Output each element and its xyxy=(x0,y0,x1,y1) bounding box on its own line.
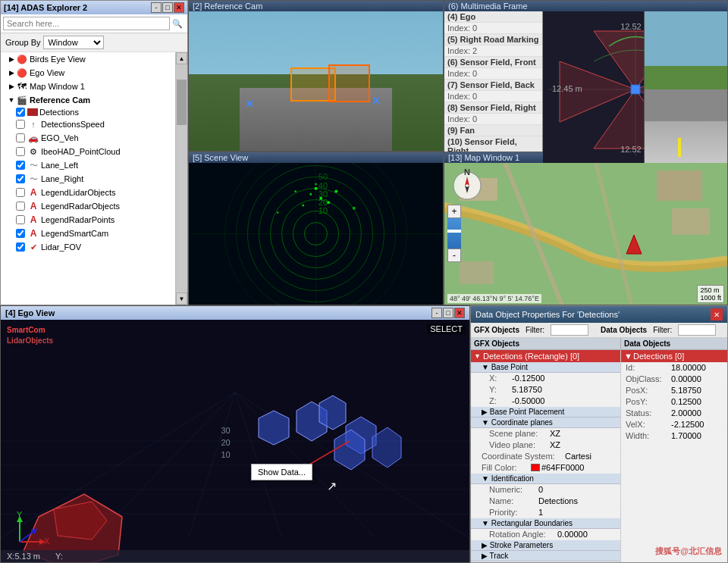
smartcom-label: SmartCom xyxy=(7,326,46,334)
tree-item-lidar-fov[interactable]: ✔ Lidar_FOV xyxy=(1,240,175,254)
tree-item-detections[interactable]: Detections xyxy=(1,107,175,117)
middle-viewports-row: [5] Scene View xyxy=(188,152,728,305)
legend-radar-checkbox[interactable] xyxy=(16,202,25,211)
tree-item-ego-view[interactable]: ▶ 🔴 Ego View xyxy=(1,66,175,80)
tree-item-legend-smart[interactable]: A LegendSmartCam xyxy=(1,227,175,240)
legend-radar-pts-checkbox[interactable] xyxy=(16,215,25,224)
maximize-button[interactable]: □ xyxy=(162,2,173,13)
lane-left-checkbox[interactable] xyxy=(16,161,25,170)
status-y: Y: xyxy=(55,552,63,561)
expand-ref-cam[interactable]: ▼ xyxy=(7,96,16,104)
ibeo-checkbox[interactable] xyxy=(16,147,25,156)
multi-list-item-2a: Index: 2 xyxy=(444,45,542,57)
lane-right-label: Lane_Right xyxy=(41,174,83,183)
scroll-thumb[interactable] xyxy=(176,64,187,292)
scroll-thumb-inner[interactable] xyxy=(177,80,187,125)
detection-box-2 xyxy=(328,64,370,102)
right-prop-posy: PosY: 0.12500 xyxy=(621,396,727,408)
name-value: Detections xyxy=(538,496,578,505)
coord-system-label: Coordinate System: xyxy=(482,452,565,461)
video-plane-label: Video plane: xyxy=(489,440,550,449)
ego-maximize-btn[interactable]: □ xyxy=(443,308,453,318)
gfx-filter-input[interactable] xyxy=(551,324,588,336)
ego-close-btn[interactable]: ✕ xyxy=(454,308,465,318)
expand-map-window[interactable]: ▶ xyxy=(7,83,16,90)
adas-explorer-titlebar: [14] ADAS Explorer 2 - □ ✕ xyxy=(1,1,187,14)
scroll-down-button[interactable]: ▼ xyxy=(176,292,187,305)
y-label: Y: xyxy=(489,385,512,394)
prop-numeric: Numeric: 0 xyxy=(471,484,620,496)
group-by-select[interactable]: Window xyxy=(43,36,104,49)
search-button[interactable]: 🔍 xyxy=(170,18,185,30)
legend-smart-checkbox[interactable] xyxy=(16,229,25,238)
svg-point-27 xyxy=(334,189,337,192)
search-input[interactable] xyxy=(3,17,170,30)
birds-eye-label: Birds Eye View xyxy=(30,55,86,64)
multi-list-item-3a: Index: 0 xyxy=(444,68,542,80)
marker-2: ✕ xyxy=(372,95,381,107)
expand-birds-eye[interactable]: ▶ xyxy=(7,55,16,63)
tree-item-legend-lidar[interactable]: A LegendLidarObjects xyxy=(1,186,175,199)
multimedia-frame-title: (6) Multimedia Frame xyxy=(444,1,727,11)
x-label: X: xyxy=(489,374,512,383)
properties-left-col: ▼ Detections (Rectangle) [0] ▼ Base Poin… xyxy=(471,350,621,562)
close-button[interactable]: ✕ xyxy=(174,2,184,13)
objclass-value: 0.00000 xyxy=(671,374,701,383)
ego-minimize-btn[interactable]: - xyxy=(431,308,442,318)
legend-lidar-checkbox[interactable] xyxy=(16,188,25,197)
tree-item-legend-radar[interactable]: A LegendRadarObjects xyxy=(1,199,175,213)
lane-right-icon: 〜 xyxy=(27,173,39,185)
tree-item-lane-left[interactable]: 〜 Lane_Left xyxy=(1,158,175,172)
ego-status-bar: X:5.13 m Y: xyxy=(1,550,469,562)
z-value: -0.50000 xyxy=(512,396,544,405)
tree-item-ref-cam[interactable]: ▼ 🎬 Reference Cam xyxy=(1,93,175,107)
tree-item-lane-right[interactable]: 〜 Lane_Right xyxy=(1,172,175,186)
tree-item-detections-speed[interactable]: ↑ DetectionsSpeed xyxy=(1,117,175,131)
tree-item-ego-veh[interactable]: 🚗 EGO_Veh xyxy=(1,131,175,145)
ego-veh-icon: 🚗 xyxy=(27,132,39,144)
velx-value: -2.12500 xyxy=(671,420,704,429)
properties-close-button[interactable]: ✕ xyxy=(711,308,723,321)
map-svg: N xyxy=(444,163,727,305)
expand-ego-view[interactable]: ▶ xyxy=(7,69,16,77)
svg-point-30 xyxy=(315,183,317,186)
multi-frame-visual: 12.52 m 12.52 m 12.45 m 12.45 m xyxy=(543,11,727,168)
multi-list-item-4: (7) Sensor Field, Back xyxy=(444,80,542,91)
ego-veh-checkbox[interactable] xyxy=(16,133,25,142)
detections-speed-checkbox[interactable] xyxy=(16,120,25,129)
zoom-out-button[interactable]: - xyxy=(447,249,461,262)
tree-item-ibeo[interactable]: ⚙ IbeoHAD_PointCloud xyxy=(1,145,175,158)
svg-text:40: 40 xyxy=(318,181,328,190)
legend-lidar-icon: A xyxy=(27,186,39,199)
main-object-row[interactable]: ▼ Detections (Rectangle) [0] xyxy=(471,350,620,362)
lidar-fov-label: Lidar_FOV xyxy=(41,242,81,252)
detections-checkbox[interactable] xyxy=(16,108,25,117)
right-section-detections: ▼ Detections [0] xyxy=(621,350,727,362)
svg-rect-39 xyxy=(460,261,494,284)
ego-view-icon: 🔴 xyxy=(16,67,28,79)
zoom-slider[interactable] xyxy=(447,218,461,249)
properties-header: Data Object Properties For 'Detections' … xyxy=(471,306,727,323)
map-window-icon: 🗺 xyxy=(16,80,28,92)
legend-radar-pts-icon: A xyxy=(27,214,39,226)
name-label: Name: xyxy=(489,496,538,505)
reference-cam-viewport: [2] Reference Cam ✕ ✕ xyxy=(188,0,444,152)
lidar-fov-checkbox[interactable] xyxy=(16,242,25,252)
minimize-button[interactable]: - xyxy=(151,2,162,13)
tree-item-birds-eye[interactable]: ▶ 🔴 Birds Eye View xyxy=(1,52,175,66)
properties-toolbar: GFX Objects Filter: Data Objects Filter: xyxy=(471,323,727,338)
show-data-popup[interactable]: Show Data... xyxy=(251,464,312,480)
multi-frame-list: (4) Ego Index: 0 (5) Right Road Marking … xyxy=(444,11,543,168)
tree-item-map-window[interactable]: ▶ 🗺 Map Window 1 xyxy=(1,80,175,93)
right-prop-posx: PosX: 5.18750 xyxy=(621,385,727,396)
zoom-in-button[interactable]: + xyxy=(447,205,461,218)
ego-view-content: 30 20 10 SmartCom LidarObjects Show Data… xyxy=(1,320,469,562)
tree-item-legend-radar-pts[interactable]: A LegendRadarPoints xyxy=(1,213,175,227)
multi-list-item-2: (5) Right Road Marking xyxy=(444,34,542,45)
data-filter-input[interactable] xyxy=(678,324,716,336)
ego-view-titlebar: [4] Ego View - □ ✕ xyxy=(1,306,469,320)
lane-right-checkbox[interactable] xyxy=(16,174,25,183)
tree-scrollbar[interactable]: ▲ ▼ xyxy=(175,52,187,305)
svg-text:20: 20 xyxy=(318,198,328,207)
scroll-up-button[interactable]: ▲ xyxy=(176,52,187,64)
